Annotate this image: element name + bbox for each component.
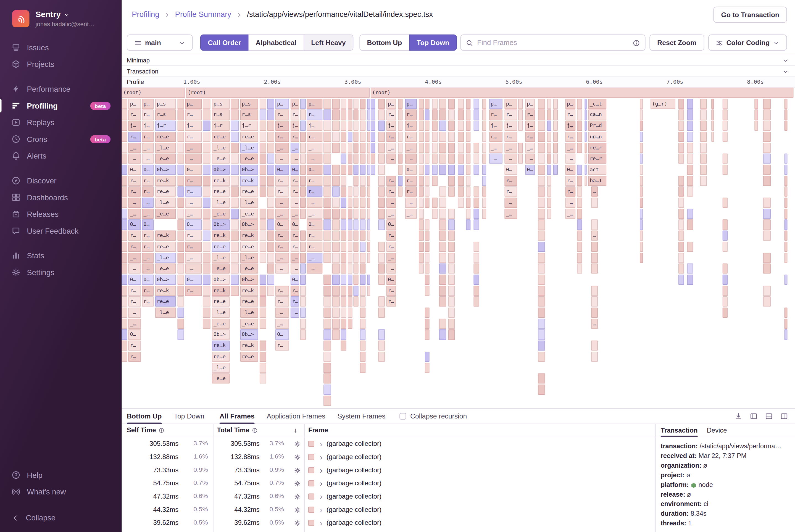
flame-frame[interactable]: 0… <box>142 220 154 230</box>
flame-frame[interactable] <box>341 286 346 296</box>
flame-frame[interactable] <box>122 220 127 230</box>
flame-frame[interactable]: r… <box>142 297 154 307</box>
flame-frame[interactable] <box>700 154 707 164</box>
flame-frame[interactable] <box>687 165 693 175</box>
flame-frame[interactable] <box>425 329 430 340</box>
flame-frame[interactable]: _e…e <box>155 154 176 164</box>
flame-frame[interactable] <box>354 99 359 109</box>
flame-frame[interactable] <box>378 187 385 197</box>
flame-frame[interactable] <box>538 187 545 197</box>
flame-frame[interactable] <box>577 187 582 197</box>
flame-frame[interactable]: j… <box>276 121 289 131</box>
flame-frame[interactable] <box>348 132 353 142</box>
flame-frame[interactable] <box>398 165 403 175</box>
flame-frame[interactable]: r… <box>129 132 141 142</box>
flame-frame[interactable] <box>784 220 788 230</box>
flame-frame[interactable]: _… <box>307 154 322 164</box>
flame-frame[interactable] <box>231 110 239 120</box>
flame-frame[interactable]: r… <box>290 297 299 307</box>
flame-frame[interactable] <box>640 110 643 120</box>
flame-frame[interactable]: un…n <box>588 132 606 142</box>
flame-frame[interactable] <box>687 274 693 285</box>
flame-frame[interactable]: _… <box>489 154 503 164</box>
flame-frame[interactable]: r… <box>525 110 535 120</box>
flame-frame[interactable]: _l…e <box>240 142 258 153</box>
flame-frame[interactable] <box>538 307 545 318</box>
flame-frame[interactable] <box>323 329 330 340</box>
flame-frame[interactable]: _e…e <box>240 264 258 274</box>
flame-frame[interactable]: re…k <box>155 176 176 186</box>
flame-frame[interactable] <box>231 286 239 296</box>
flame-frame[interactable] <box>259 142 266 153</box>
flame-frame[interactable] <box>300 242 306 252</box>
flame-frame[interactable] <box>538 242 545 252</box>
flame-frame[interactable] <box>518 99 523 109</box>
flame-frame[interactable] <box>360 231 365 241</box>
flame-frame[interactable] <box>177 319 184 329</box>
flame-frame[interactable] <box>360 197 365 208</box>
flame-frame[interactable] <box>700 142 707 153</box>
flame-frame[interactable] <box>341 99 346 109</box>
flame-frame[interactable]: p… <box>290 99 299 109</box>
flame-frame[interactable] <box>267 176 274 186</box>
flame-frame[interactable] <box>419 252 423 263</box>
flame-frame[interactable]: re…e <box>240 132 258 142</box>
flame-frame[interactable] <box>678 187 684 197</box>
flame-frame[interactable]: r…s <box>212 110 230 120</box>
flame-frame[interactable] <box>378 209 385 219</box>
flame-frame[interactable] <box>722 274 727 285</box>
flame-frame[interactable]: r… <box>185 176 202 186</box>
flame-frame[interactable] <box>323 165 330 175</box>
flame-frame[interactable] <box>439 231 447 241</box>
flame-frame[interactable]: r… <box>276 132 289 142</box>
flame-frame[interactable] <box>354 142 359 153</box>
flame-frame[interactable] <box>784 231 788 241</box>
flame-frame[interactable] <box>425 242 430 252</box>
sidebar-item-dashboards[interactable]: Dashboards <box>0 189 122 206</box>
flame-frame[interactable] <box>687 110 693 120</box>
flame-frame[interactable]: r… <box>185 187 202 197</box>
flame-frame[interactable] <box>482 99 486 109</box>
flame-frame[interactable] <box>722 154 727 164</box>
flame-frame[interactable] <box>419 132 423 142</box>
flame-frame[interactable] <box>323 307 330 318</box>
flame-frame[interactable] <box>678 142 684 153</box>
flame-frame[interactable] <box>425 176 430 186</box>
flame-frame[interactable] <box>323 252 330 263</box>
flame-frame[interactable] <box>177 197 184 208</box>
flame-frame[interactable]: re…e <box>240 187 258 197</box>
flame-frame[interactable] <box>458 187 464 197</box>
flame-frame[interactable] <box>722 307 727 318</box>
flame-frame[interactable] <box>448 286 455 296</box>
flame-frame[interactable]: … <box>591 231 598 241</box>
flame-frame[interactable]: r… <box>565 110 576 120</box>
layout-left-button[interactable] <box>750 412 758 420</box>
flame-frame[interactable] <box>367 154 370 164</box>
flame-frame[interactable] <box>763 110 771 120</box>
flame-frame[interactable] <box>354 132 359 142</box>
flame-frame[interactable] <box>398 176 403 186</box>
flame-frame[interactable]: _… <box>307 252 322 263</box>
flame-frame[interactable]: _… <box>290 197 299 208</box>
flame-frame[interactable]: _c…t <box>588 99 606 109</box>
flame-frame[interactable] <box>439 132 447 142</box>
flame-frame[interactable] <box>784 197 788 208</box>
flame-frame[interactable]: _… <box>405 154 417 164</box>
flame-frame[interactable]: r… <box>142 132 154 142</box>
flame-frame[interactable]: _e…e <box>240 154 258 164</box>
flame-frame[interactable] <box>378 142 385 153</box>
flame-frame[interactable] <box>700 110 707 120</box>
flame-frame[interactable] <box>177 142 184 153</box>
flame-frame[interactable]: _l…e <box>240 307 258 318</box>
flame-frame[interactable] <box>538 231 545 241</box>
export-profile-button[interactable] <box>735 412 742 420</box>
flame-frame[interactable]: p… <box>142 99 154 109</box>
flame-frame[interactable] <box>439 297 447 307</box>
flame-frame[interactable]: re…k <box>155 231 176 241</box>
flame-frame[interactable]: p…s <box>240 99 258 109</box>
flame-frame[interactable] <box>458 197 464 208</box>
flame-frame[interactable]: p…s <box>155 99 176 109</box>
flame-frame[interactable] <box>323 341 330 351</box>
flame-frame[interactable] <box>378 264 385 274</box>
flame-frame[interactable]: r… <box>290 231 299 241</box>
